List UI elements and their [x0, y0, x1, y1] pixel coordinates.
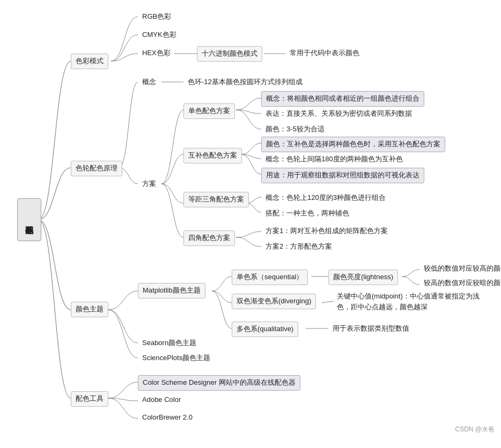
node-配色工具: 配色工具 [71, 391, 108, 407]
node-label-等距搭配: 搭配：一种主色，两种辅色 [261, 206, 353, 221]
node-用于表示: 用于表示数据类别型数值 [328, 322, 414, 336]
node-等距搭配: 搭配：一种主色，两种辅色 [261, 206, 353, 221]
node-关键中心值: 关键中心值(midpoint)：中心值通常被指定为浅色，距中心点越远，颜色越深 [333, 289, 493, 313]
watermark: CSDN @水爸 [455, 425, 495, 434]
node-label-单色配色方案: 单色配色方案 [183, 103, 235, 119]
node-label-较低数值: 较低的数值对应较高的颜色 [419, 262, 501, 276]
node-label-较高数值: 较高的数值对应较暗的颜色 [419, 276, 501, 290]
node-互补用途: 用途：用于观察组数据和对照组数据的可视化表达 [261, 168, 424, 183]
node-色彩模式: 色彩模式 [71, 54, 108, 69]
node-label-用于表示: 用于表示数据类别型数值 [328, 322, 414, 336]
node-label-双色渐变色系: 双色渐变色系(diverging) [232, 294, 316, 309]
node-label-颜色亮度: 颜色亮度(lightness) [328, 270, 398, 285]
node-label-四角配色方案: 四角配色方案 [183, 230, 235, 246]
node-label-单色表达: 表达：直接关系、关系较为密切或者同系列数据 [261, 107, 416, 121]
node-label-SciencePlots: SciencePlots颜色主题 [138, 351, 215, 365]
node-单色系: 单色系（sequential） [232, 270, 308, 285]
node-label-Matplotlib: Matplotlib颜色主题 [138, 283, 205, 298]
node-label-单色系: 单色系（sequential） [232, 270, 308, 285]
svg-line-4 [322, 301, 334, 303]
node-概念色轮: 概念 [138, 75, 160, 89]
node-较低数值: 较低的数值对应较高的颜色 [419, 262, 501, 276]
node-AdobeColor: Adobe Color [138, 393, 185, 407]
root-label: 配色基础 [17, 198, 41, 241]
node-label-色彩模式: 色彩模式 [71, 54, 108, 69]
node-label-等距三角配色方案: 等距三角配色方案 [183, 192, 249, 207]
node-label-四角方案2: 方案2：方形配色方案 [261, 240, 336, 254]
node-四角方案1: 方案1：两对互补色组成的矩阵配色方案 [261, 224, 392, 238]
mind-map: 配色基础 色彩模式 色轮配色原理 颜色主题 配色工具 RGB色彩 CMYK色彩 … [1, 0, 500, 439]
node-label-互补色配色方案: 互补色配色方案 [183, 148, 242, 163]
node-label-RGB: RGB色彩 [138, 10, 175, 24]
root-node: 配色基础 [17, 198, 41, 241]
node-label-概念色轮: 概念 [138, 75, 160, 89]
node-颜色亮度: 颜色亮度(lightness) [328, 270, 398, 285]
node-互补颜色: 颜色：互补色是选择两种颜色色时，采用互补色配色方案 [261, 137, 445, 152]
node-label-互补用途: 用途：用于观察组数据和对照组数据的可视化表达 [261, 168, 424, 183]
node-单色概念: 概念：将相颜色相同或者相近的一组颜色进行组合 [261, 91, 424, 107]
node-多色系: 多色系(qualitative) [232, 322, 298, 337]
node-label-方案: 方案 [138, 177, 160, 191]
node-十六进制: 十六进制颜色模式 [197, 46, 262, 62]
node-CMYK: CMYK色彩 [138, 28, 181, 42]
node-label-ColorBrewer: ColorBrewer 2.0 [138, 410, 197, 425]
node-label-Seaborn: Seaborn颜色主题 [138, 336, 201, 350]
node-等距概念: 概念：色轮上120度的3种颜色进行组合 [261, 191, 390, 205]
node-label-ColorSchemeDesigner: Color Scheme Designer 网站中的高级在线配色器 [138, 375, 300, 391]
node-HEX: HEX色彩 [138, 46, 175, 61]
node-方案: 方案 [138, 177, 160, 191]
node-双色渐变色系: 双色渐变色系(diverging) [232, 294, 316, 309]
node-label-单色颜色: 颜色：3-5较为合适 [261, 122, 329, 137]
node-label-单色概念: 概念：将相颜色相同或者相近的一组颜色进行组合 [261, 91, 424, 107]
node-label-互补颜色: 颜色：互补色是选择两种颜色色时，采用互补色配色方案 [261, 137, 445, 152]
node-单色配色方案: 单色配色方案 [183, 103, 235, 119]
node-label-配色工具: 配色工具 [71, 391, 108, 407]
node-单色颜色: 颜色：3-5较为合适 [261, 122, 329, 137]
node-单色表达: 表达：直接关系、关系较为密切或者同系列数据 [261, 107, 416, 121]
node-label-CMYK: CMYK色彩 [138, 28, 181, 42]
node-色环12: 色环-12基本颜色按圆环方式排列组成 [183, 75, 307, 89]
node-label-颜色主题: 颜色主题 [71, 302, 108, 317]
node-SciencePlots: SciencePlots颜色主题 [138, 351, 215, 365]
node-常用于: 常用于代码中表示颜色 [285, 46, 364, 61]
node-互补色配色方案: 互补色配色方案 [183, 148, 242, 163]
node-label-HEX: HEX色彩 [138, 46, 175, 61]
node-色轮配色原理: 色轮配色原理 [71, 161, 122, 176]
node-label-等距概念: 概念：色轮上120度的3种颜色进行组合 [261, 191, 390, 205]
node-label-十六进制: 十六进制颜色模式 [197, 46, 262, 62]
node-RGB: RGB色彩 [138, 10, 175, 24]
node-label-色轮配色原理: 色轮配色原理 [71, 161, 122, 176]
node-label-四角方案1: 方案1：两对互补色组成的矩阵配色方案 [261, 224, 392, 238]
node-ColorSchemeDesigner: Color Scheme Designer 网站中的高级在线配色器 [138, 375, 300, 391]
node-Seaborn: Seaborn颜色主题 [138, 336, 201, 350]
node-颜色主题: 颜色主题 [71, 302, 108, 317]
node-Matplotlib: Matplotlib颜色主题 [138, 283, 205, 298]
node-ColorBrewer: ColorBrewer 2.0 [138, 410, 197, 425]
node-label-常用于: 常用于代码中表示颜色 [285, 46, 364, 61]
node-较高数值: 较高的数值对应较暗的颜色 [419, 276, 501, 290]
node-等距三角配色方案: 等距三角配色方案 [183, 192, 249, 207]
node-label-互补概念: 概念：色轮上间隔180度的两种颜色为互补色 [261, 152, 407, 167]
node-label-AdobeColor: Adobe Color [138, 393, 185, 407]
node-label-多色系: 多色系(qualitative) [232, 322, 298, 337]
node-label-关键中心值: 关键中心值(midpoint)：中心值通常被指定为浅色，距中心点越远，颜色越深 [333, 289, 493, 313]
node-label-色环12: 色环-12基本颜色按圆环方式排列组成 [183, 75, 307, 89]
node-四角配色方案: 四角配色方案 [183, 230, 235, 246]
node-互补概念: 概念：色轮上间隔180度的两种颜色为互补色 [261, 152, 407, 167]
node-四角方案2: 方案2：方形配色方案 [261, 240, 336, 254]
